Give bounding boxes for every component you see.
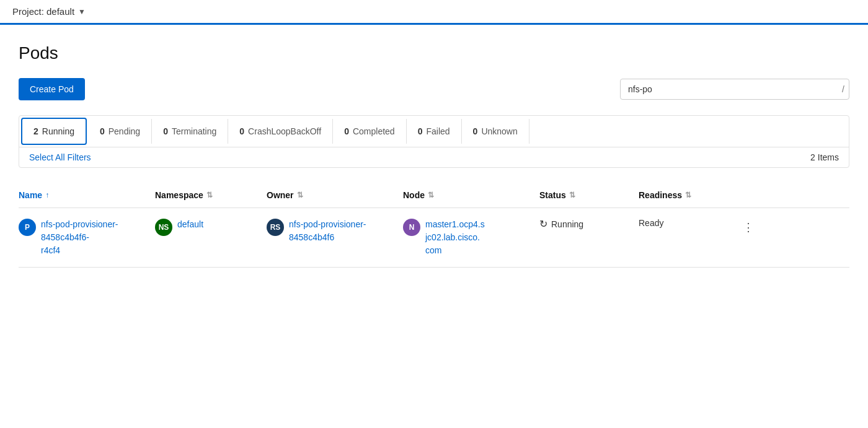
filter-tab-running[interactable]: 2 Running xyxy=(21,118,87,145)
td-name: P nfs-pod-provisioner-8458c4b4f6-r4cf4 xyxy=(19,218,155,257)
col-header-node: Node ⇅ xyxy=(403,190,539,200)
namespace-badge-ns: NS xyxy=(155,219,172,236)
status-text: Running xyxy=(551,219,583,229)
sort-name-icon[interactable]: ↑ xyxy=(45,191,49,199)
sort-readiness-icon[interactable]: ⇅ xyxy=(685,191,691,199)
td-node: N master1.ocp4.sjc02.lab.cisco.com xyxy=(403,218,539,257)
pod-badge-p: P xyxy=(19,219,36,236)
completed-count: 0 xyxy=(344,126,349,136)
status-running: ↻ Running xyxy=(539,218,583,230)
sort-namespace-icon[interactable]: ⇅ xyxy=(206,191,213,199)
col-readiness-label: Readiness xyxy=(639,190,682,200)
filter-footer: Select All Filters 2 Items xyxy=(19,147,849,167)
select-all-filters-link[interactable]: Select All Filters xyxy=(29,152,91,162)
kebab-menu-button[interactable]: ⋮ xyxy=(738,218,759,237)
col-header-owner: Owner ⇅ xyxy=(267,190,403,200)
col-status-label: Status xyxy=(539,190,566,200)
td-owner: RS nfs-pod-provisioner-8458c4b4f6 xyxy=(267,218,403,244)
pending-label: Pending xyxy=(108,126,140,136)
col-header-actions xyxy=(738,190,763,200)
col-header-namespace: Namespace ⇅ xyxy=(155,190,267,200)
td-actions: ⋮ xyxy=(738,218,763,237)
sort-owner-icon[interactable]: ⇅ xyxy=(297,191,303,199)
terminating-label: Terminating xyxy=(172,126,216,136)
filters-section: 2 Running 0 Pending 0 Terminating 0 Cras… xyxy=(19,115,849,168)
td-namespace: NS default xyxy=(155,218,267,236)
top-bar: Project: default ▼ xyxy=(0,0,868,25)
filter-tab-failed[interactable]: 0 Failed xyxy=(407,119,462,144)
node-badge-n: N xyxy=(403,219,420,236)
filter-tab-terminating[interactable]: 0 Terminating xyxy=(152,119,228,144)
create-pod-button[interactable]: Create Pod xyxy=(19,78,85,100)
refresh-icon: ↻ xyxy=(539,218,547,230)
pending-count: 0 xyxy=(100,126,105,136)
col-header-status: Status ⇅ xyxy=(539,190,639,200)
filter-tabs: 2 Running 0 Pending 0 Terminating 0 Cras… xyxy=(19,116,849,147)
namespace-link[interactable]: default xyxy=(177,218,203,231)
chevron-down-icon: ▼ xyxy=(78,7,86,16)
owner-link[interactable]: nfs-pod-provisioner-8458c4b4f6 xyxy=(289,218,366,244)
table-section: Name ↑ Namespace ⇅ Owner ⇅ Node ⇅ Status… xyxy=(19,183,849,268)
col-node-label: Node xyxy=(403,190,425,200)
unknown-label: Unknown xyxy=(481,126,517,136)
filter-tab-completed[interactable]: 0 Completed xyxy=(333,119,407,144)
td-status: ↻ Running xyxy=(539,218,639,230)
filter-tab-crashloopbackoff[interactable]: 0 CrashLoopBackOff xyxy=(228,119,333,144)
table-header: Name ↑ Namespace ⇅ Owner ⇅ Node ⇅ Status… xyxy=(19,183,849,208)
toolbar: Create Pod / xyxy=(19,78,849,100)
col-name-label: Name xyxy=(19,190,42,200)
col-owner-label: Owner xyxy=(267,190,294,200)
col-header-name: Name ↑ xyxy=(19,190,155,200)
completed-label: Completed xyxy=(353,126,395,136)
pod-name-link[interactable]: nfs-pod-provisioner-8458c4b4f6-r4cf4 xyxy=(41,218,118,257)
failed-label: Failed xyxy=(426,126,450,136)
items-count: 2 Items xyxy=(810,152,839,162)
readiness-text: Ready xyxy=(639,218,663,228)
sort-node-icon[interactable]: ⇅ xyxy=(428,191,434,199)
search-container: / xyxy=(620,79,849,100)
running-count: 2 xyxy=(33,126,38,136)
col-namespace-label: Namespace xyxy=(155,190,203,200)
project-label: Project: default xyxy=(12,6,74,17)
table-row: P nfs-pod-provisioner-8458c4b4f6-r4cf4 N… xyxy=(19,208,849,268)
page-title: Pods xyxy=(19,43,849,63)
crashloopbackoff-count: 0 xyxy=(239,126,244,136)
search-input[interactable] xyxy=(620,79,849,100)
running-label: Running xyxy=(42,126,74,136)
main-content: Pods Create Pod / 2 Running 0 Pending 0 xyxy=(0,25,868,280)
filter-tab-pending[interactable]: 0 Pending xyxy=(89,119,152,144)
sort-status-icon[interactable]: ⇅ xyxy=(569,191,575,199)
owner-badge-rs: RS xyxy=(267,219,284,236)
node-link[interactable]: master1.ocp4.sjc02.lab.cisco.com xyxy=(425,218,485,257)
col-header-readiness: Readiness ⇅ xyxy=(639,190,738,200)
filter-tab-unknown[interactable]: 0 Unknown xyxy=(462,119,529,144)
search-icon[interactable]: / xyxy=(842,84,844,94)
terminating-count: 0 xyxy=(163,126,168,136)
unknown-count: 0 xyxy=(473,126,478,136)
td-readiness: Ready xyxy=(639,218,738,228)
failed-count: 0 xyxy=(418,126,423,136)
crashloopbackoff-label: CrashLoopBackOff xyxy=(248,126,321,136)
project-selector[interactable]: Project: default ▼ xyxy=(12,6,86,17)
